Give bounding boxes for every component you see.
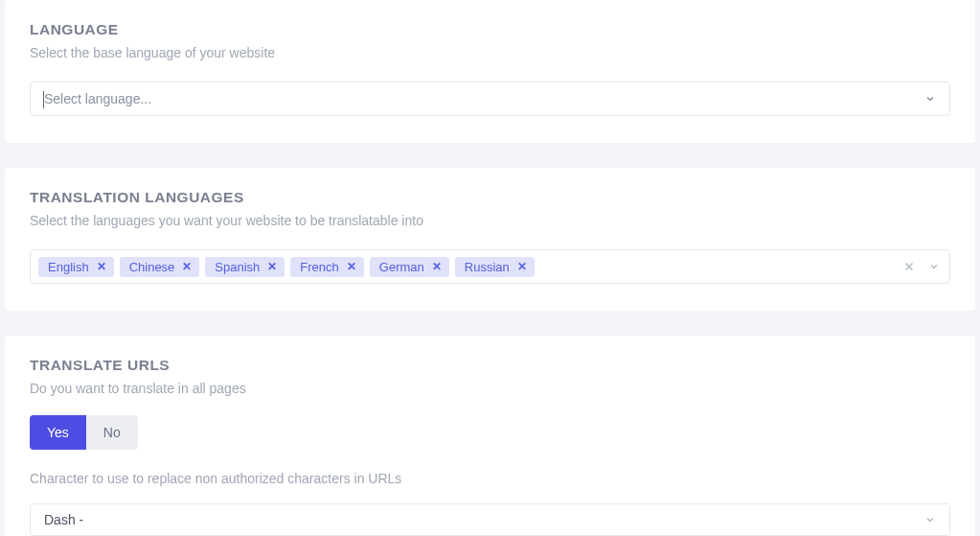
tag-label: Spanish — [215, 261, 260, 273]
translation-languages-multiselect[interactable]: English ✕ Chinese ✕ Spanish ✕ French ✕ G… — [30, 249, 950, 284]
language-tag: English ✕ — [38, 257, 114, 277]
text-caret-icon — [43, 91, 44, 108]
tag-remove-icon[interactable]: ✕ — [267, 261, 277, 272]
tag-label: English — [48, 261, 89, 273]
language-tag: German ✕ — [370, 257, 449, 277]
translate-urls-subtitle: Do you want to translate in all pages — [30, 381, 950, 396]
translate-urls-title: TRANSLATE URLS — [30, 357, 950, 374]
language-placeholder: Select language... — [44, 91, 151, 106]
language-select[interactable]: Select language... — [30, 82, 950, 116]
tag-remove-icon[interactable]: ✕ — [347, 261, 356, 272]
language-tag: French ✕ — [290, 257, 363, 277]
tag-remove-icon[interactable]: ✕ — [432, 261, 442, 272]
tag-label: Chinese — [129, 261, 175, 273]
translation-languages-subtitle: Select the languages you want your websi… — [30, 213, 950, 228]
url-char-label: Character to use to replace non authoriz… — [30, 471, 950, 486]
translate-urls-toggle: Yes No — [30, 415, 138, 450]
multiselect-actions — [903, 261, 940, 272]
yes-button[interactable]: Yes — [30, 415, 86, 450]
tag-remove-icon[interactable]: ✕ — [517, 261, 527, 272]
language-title: LANGUAGE — [30, 21, 950, 38]
translate-urls-section: TRANSLATE URLS Do you want to translate … — [5, 336, 975, 536]
tag-label: Russian — [465, 261, 510, 273]
tag-label: German — [379, 261, 424, 273]
chevron-down-icon — [924, 93, 936, 105]
tag-label: French — [300, 261, 338, 273]
no-button[interactable]: No — [86, 415, 138, 450]
language-section: LANGUAGE Select the base language of you… — [5, 0, 975, 143]
language-tag: Chinese ✕ — [120, 257, 200, 277]
translation-languages-section: TRANSLATION LANGUAGES Select the languag… — [5, 168, 975, 311]
chevron-down-icon — [924, 514, 936, 525]
language-tag: Russian ✕ — [455, 257, 535, 277]
language-subtitle: Select the base language of your website — [30, 45, 950, 60]
clear-all-icon[interactable] — [903, 261, 915, 272]
chevron-down-icon[interactable] — [928, 261, 940, 272]
translation-languages-title: TRANSLATION LANGUAGES — [30, 189, 950, 206]
tag-remove-icon[interactable]: ✕ — [182, 261, 192, 272]
url-char-value: Dash - — [44, 512, 83, 527]
language-tag: Spanish ✕ — [205, 257, 285, 277]
url-char-select[interactable]: Dash - — [30, 503, 950, 536]
tag-remove-icon[interactable]: ✕ — [97, 261, 106, 272]
